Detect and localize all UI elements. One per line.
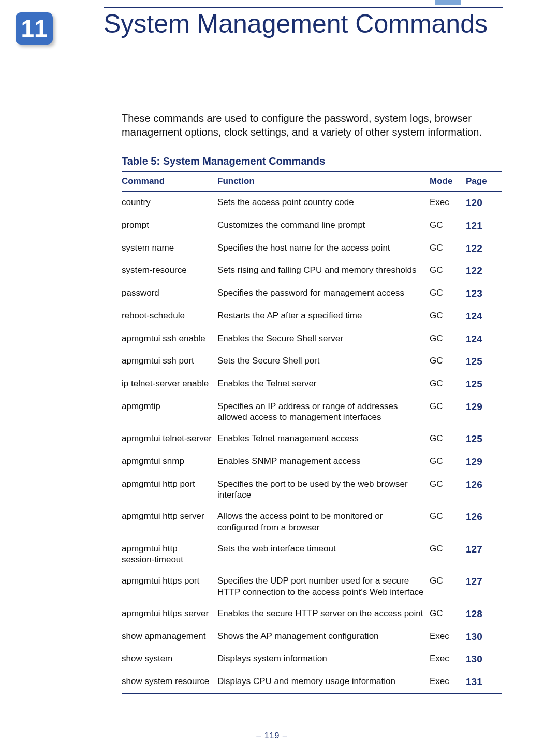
mode-cell: Exec <box>430 191 466 214</box>
table-row: apmgmtui https portSpecifies the UDP por… <box>122 570 502 603</box>
page-link[interactable]: 124 <box>466 311 482 322</box>
command-cell: system-resource <box>122 259 217 282</box>
top-accent <box>435 0 461 5</box>
function-cell: Restarts the AP after a specified time <box>217 305 430 328</box>
command-cell: apmgmtui http session-timeout <box>122 538 217 571</box>
page-link[interactable]: 130 <box>466 653 482 664</box>
top-rule <box>104 7 503 8</box>
mode-cell: Exec <box>430 648 466 671</box>
page-link[interactable]: 120 <box>466 197 482 208</box>
function-cell: Specifies the port to be used by the web… <box>217 473 430 506</box>
command-cell: ip telnet-server enable <box>122 373 217 396</box>
command-cell: apmgmtui https server <box>122 603 217 626</box>
command-cell: password <box>122 282 217 305</box>
intro-paragraph: These commands are used to configure the… <box>122 111 503 139</box>
footer-page-number: – 119 – <box>0 731 544 740</box>
table-row: ip telnet-server enableEnables the Telne… <box>122 373 502 396</box>
function-cell: Enables the secure HTTP server on the ac… <box>217 603 430 626</box>
command-cell: reboot-schedule <box>122 305 217 328</box>
function-cell: Displays CPU and memory usage informatio… <box>217 671 430 694</box>
command-cell: show system resource <box>122 671 217 694</box>
command-cell: apmgmtui ssh enable <box>122 328 217 351</box>
table-row: apmgmtui http portSpecifies the port to … <box>122 473 502 506</box>
page-cell: 126 <box>466 473 502 506</box>
page-link[interactable]: 121 <box>466 220 482 231</box>
table-row: apmgmtui http session-timeoutSets the we… <box>122 538 502 571</box>
page-cell: 127 <box>466 538 502 571</box>
page-link[interactable]: 131 <box>466 676 482 687</box>
header-function: Function <box>217 171 430 191</box>
page-link[interactable]: 125 <box>466 356 482 367</box>
page-link[interactable]: 126 <box>466 479 482 490</box>
header-page: Page <box>466 171 502 191</box>
function-cell: Enables the Secure Shell server <box>217 328 430 351</box>
page-cell: 123 <box>466 282 502 305</box>
page-link[interactable]: 126 <box>466 511 482 522</box>
command-cell: apmgmtui http port <box>122 473 217 506</box>
commands-table: Command Function Mode Page countrySets t… <box>122 171 502 694</box>
table-row: apmgmtui snmpEnables SNMP management acc… <box>122 450 502 473</box>
page-link[interactable]: 125 <box>466 379 482 389</box>
page-link[interactable]: 129 <box>466 401 482 412</box>
mode-cell: GC <box>430 373 466 396</box>
page-cell: 125 <box>466 373 502 396</box>
page-link[interactable]: 122 <box>466 243 482 254</box>
function-cell: Sets rising and falling CPU and memory t… <box>217 259 430 282</box>
page: 11 System Management Commands These comm… <box>0 0 544 756</box>
page-cell: 129 <box>466 396 502 428</box>
command-cell: apmgmtui ssh port <box>122 350 217 373</box>
page-link[interactable]: 122 <box>466 265 482 276</box>
page-cell: 125 <box>466 350 502 373</box>
mode-cell: GC <box>430 305 466 328</box>
table-row: system-resourceSets rising and falling C… <box>122 259 502 282</box>
mode-cell: GC <box>430 396 466 428</box>
page-cell: 122 <box>466 237 502 260</box>
table-row: apmgmtui ssh enableEnables the Secure Sh… <box>122 328 502 351</box>
table-row: apmgmtui https serverEnables the secure … <box>122 603 502 626</box>
mode-cell: GC <box>430 328 466 351</box>
mode-cell: GC <box>430 603 466 626</box>
mode-cell: GC <box>430 237 466 260</box>
function-cell: Displays system information <box>217 648 430 671</box>
page-link[interactable]: 127 <box>466 576 482 587</box>
page-cell: 121 <box>466 214 502 237</box>
page-cell: 124 <box>466 328 502 351</box>
function-cell: Enables SNMP management access <box>217 450 430 473</box>
page-link[interactable]: 125 <box>466 433 482 444</box>
page-cell: 127 <box>466 570 502 603</box>
function-cell: Sets the web interface timeout <box>217 538 430 571</box>
command-cell: apmgmtui https port <box>122 570 217 603</box>
page-cell: 122 <box>466 259 502 282</box>
page-link[interactable]: 129 <box>466 456 482 467</box>
page-cell: 120 <box>466 191 502 214</box>
mode-cell: Exec <box>430 626 466 648</box>
function-cell: Specifies the password for management ac… <box>217 282 430 305</box>
command-cell: show system <box>122 648 217 671</box>
header-command: Command <box>122 171 217 191</box>
function-cell: Sets the Secure Shell port <box>217 350 430 373</box>
function-cell: Enables Telnet management access <box>217 428 430 450</box>
page-link[interactable]: 127 <box>466 544 482 555</box>
table-row: show systemDisplays system informationEx… <box>122 648 502 671</box>
page-link[interactable]: 128 <box>466 608 482 619</box>
mode-cell: GC <box>430 350 466 373</box>
table-header-row: Command Function Mode Page <box>122 171 502 191</box>
table-row: show system resourceDisplays CPU and mem… <box>122 671 502 694</box>
page-cell: 128 <box>466 603 502 626</box>
mode-cell: GC <box>430 538 466 571</box>
mode-cell: GC <box>430 450 466 473</box>
page-link[interactable]: 124 <box>466 333 482 344</box>
table-row: show apmanagementShows the AP management… <box>122 626 502 648</box>
table-row: apmgmtui telnet-serverEnables Telnet man… <box>122 428 502 450</box>
page-cell: 124 <box>466 305 502 328</box>
page-link[interactable]: 130 <box>466 631 482 642</box>
mode-cell: GC <box>430 473 466 506</box>
function-cell: Sets the access point country code <box>217 191 430 214</box>
table-row: promptCustomizes the command line prompt… <box>122 214 502 237</box>
table-row: apmgmtui ssh portSets the Secure Shell p… <box>122 350 502 373</box>
mode-cell: Exec <box>430 671 466 694</box>
page-link[interactable]: 123 <box>466 288 482 299</box>
command-cell: prompt <box>122 214 217 237</box>
function-cell: Specifies an IP address or range of addr… <box>217 396 430 428</box>
table-row: apmgmtipSpecifies an IP address or range… <box>122 396 502 428</box>
